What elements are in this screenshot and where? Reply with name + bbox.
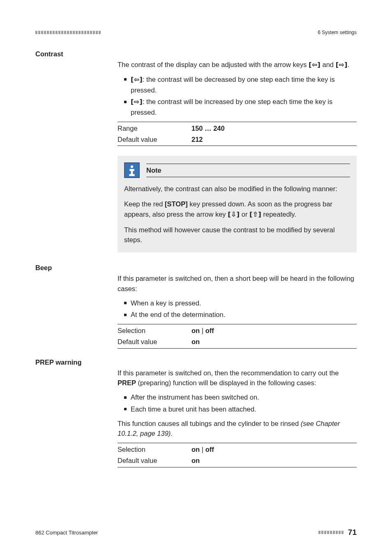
beep-params: Selection on | off Default value on (118, 324, 357, 349)
default-value: on (191, 338, 200, 345)
prep-params: Selection on | off Default value on (118, 443, 357, 467)
contrast-list: [⇦]: the contrast will be decreased by o… (118, 74, 357, 118)
range-label: Range (118, 122, 191, 134)
list-item: When a key is pressed. (124, 298, 357, 308)
prep-list: After the instrument has been switched o… (118, 392, 357, 414)
arrow-down-key: [⇩] (228, 210, 240, 218)
note-box: Note Alternatively, the contrast can als… (118, 156, 357, 252)
beep-body: If this parameter is switched on, then a… (118, 273, 357, 349)
info-icon (124, 162, 140, 178)
section-heading-prep: PREP warning (35, 358, 357, 366)
note-paragraph: Keep the red [STOP] key pressed down. As… (124, 199, 350, 220)
default-value: on (191, 457, 200, 464)
default-label: Default value (118, 336, 191, 348)
list-item: [⇦]: the contrast will be decreased by o… (124, 74, 357, 95)
product-name: 862 Compact Titrosampler (35, 530, 98, 536)
selection-label: Selection (118, 324, 191, 336)
arrow-left-key: [⇦] (309, 61, 321, 69)
list-item: Each time a buret unit has been attached… (124, 404, 357, 414)
list-item: [⇨]: the contrast will be increased by o… (124, 97, 357, 118)
chapter-title: 6 System settings (318, 30, 357, 35)
prep-body: If this parameter is switched on, then t… (118, 368, 357, 467)
default-label: Default value (118, 134, 191, 146)
prep-keyword: PREP (118, 379, 136, 386)
header-decor-left (35, 31, 101, 34)
default-label: Default value (118, 455, 191, 467)
section-heading-contrast: Contrast (35, 50, 357, 58)
stop-key: [STOP] (165, 200, 188, 208)
svg-point-1 (131, 166, 133, 168)
list-item: After the instrument has been switched o… (124, 392, 357, 402)
footer-decor (318, 531, 344, 534)
arrow-right-key: [⇨] (131, 98, 143, 106)
option-off: off (205, 327, 214, 334)
default-value: 212 (191, 136, 203, 143)
svg-rect-4 (129, 174, 134, 176)
contrast-body: The contrast of the display can be adjus… (118, 60, 357, 252)
contrast-params: Range 150 … 240 Default value 212 (118, 122, 357, 146)
prep-intro: If this parameter is switched on, then t… (118, 368, 357, 388)
arrow-left-key: [⇦] (131, 76, 143, 83)
beep-intro: If this parameter is switched on, then a… (118, 273, 357, 294)
option-off: off (205, 446, 214, 453)
section-heading-beep: Beep (35, 264, 357, 272)
note-paragraph: Alternatively, the contrast can also be … (124, 184, 350, 194)
note-title: Note (146, 166, 161, 174)
svg-rect-3 (131, 169, 133, 175)
selection-label: Selection (118, 443, 191, 455)
page-number: 71 (348, 528, 357, 537)
option-on: on (191, 327, 200, 334)
prep-rinse: This function causes all tubings and the… (118, 419, 357, 439)
page-header: 6 System settings (35, 30, 357, 35)
arrow-up-key: [⇧] (249, 210, 261, 218)
list-item: At the end of the determination. (124, 310, 357, 320)
range-value: 150 … 240 (191, 125, 225, 132)
page-footer: 862 Compact Titrosampler 71 (35, 528, 357, 537)
beep-list: When a key is pressed. At the end of the… (118, 298, 357, 320)
note-paragraph: This method will however cause the contr… (124, 225, 350, 245)
contrast-intro: The contrast of the display can be adjus… (118, 60, 357, 70)
option-on: on (191, 446, 200, 453)
arrow-right-key: [⇨] (336, 61, 348, 69)
